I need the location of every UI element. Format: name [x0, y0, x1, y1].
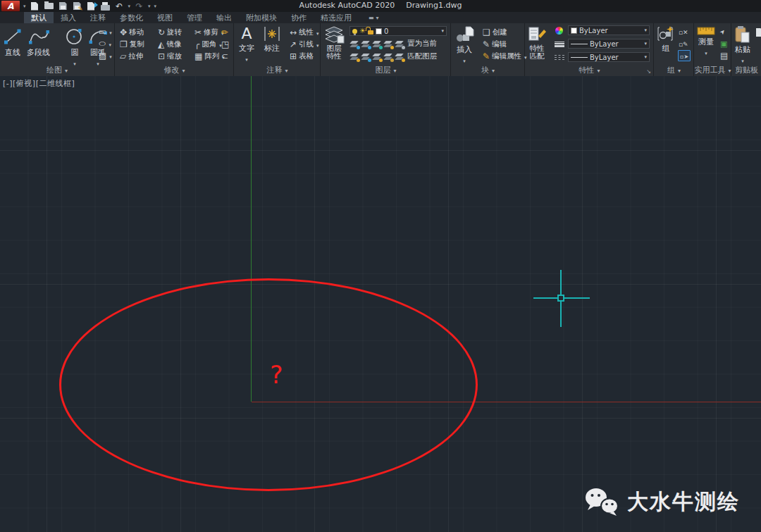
viewport-controls[interactable]: [-][俯视][二维线框] — [3, 78, 75, 89]
paste-button[interactable]: 粘贴 — [734, 25, 751, 65]
set-current-label[interactable]: 置为当前 — [407, 39, 437, 49]
leader-dropdown-icon[interactable] — [316, 40, 319, 49]
quick-calc-button[interactable] — [720, 50, 728, 61]
linetype-combo[interactable]: ByLayer — [568, 52, 650, 62]
ungroup-button[interactable] — [679, 26, 688, 37]
set-current-layer-icon[interactable] — [395, 40, 404, 48]
drawing-canvas[interactable]: [-][俯视][二维线框] ? 大水牛测绘 — [0, 76, 761, 532]
lineweight-caret-icon[interactable] — [644, 41, 647, 47]
layer-unlock-tool-icon[interactable] — [383, 53, 392, 61]
match-layer-icon[interactable] — [395, 53, 404, 61]
edit-block-button[interactable]: 编辑 — [483, 39, 507, 50]
drawn-ellipse[interactable] — [59, 278, 478, 491]
copy-button[interactable]: 复制 — [120, 39, 144, 50]
text-dropdown-icon[interactable] — [245, 54, 248, 63]
scale-button[interactable]: 缩放 — [158, 51, 182, 62]
ribbon-display-toggle[interactable] — [369, 12, 379, 23]
plot-button[interactable] — [100, 1, 111, 11]
tab-parametric[interactable]: 参数化 — [113, 12, 150, 23]
dimension-button[interactable]: 标注 — [263, 25, 281, 54]
object-color-caret-icon[interactable] — [644, 27, 647, 33]
tab-collaborate[interactable]: 协作 — [284, 12, 314, 23]
layer-off-tool-icon[interactable] — [349, 40, 359, 48]
question-mark-annotation[interactable]: ? — [270, 361, 283, 389]
layer-on-tool-icon[interactable] — [349, 53, 359, 61]
redo-button[interactable] — [134, 1, 144, 11]
linear-dimension-button[interactable]: 线性 — [290, 27, 319, 38]
clipboard-extra-button[interactable] — [756, 27, 761, 38]
object-color-combo[interactable]: ByLayer — [568, 25, 650, 35]
array-button[interactable]: 阵列 — [194, 51, 225, 62]
leader-button[interactable]: 引线 — [290, 39, 319, 50]
layer-select-combo[interactable]: 0 — [349, 26, 447, 36]
stretch-button[interactable]: 拉伸 — [120, 51, 143, 62]
trim-button[interactable]: 修剪 — [194, 27, 224, 38]
paste-dropdown-icon[interactable] — [741, 56, 744, 65]
tab-output[interactable]: 输出 — [209, 12, 239, 23]
panel-label-block[interactable]: 块 — [452, 65, 524, 75]
select-all-button[interactable] — [720, 38, 727, 49]
create-block-button[interactable]: 创建 — [483, 27, 507, 38]
layer-isolate-tool-icon[interactable] — [361, 40, 370, 48]
tab-view[interactable]: 视图 — [150, 12, 180, 23]
edit-attributes-button[interactable]: 编辑属性 — [483, 51, 527, 62]
quick-select-button[interactable] — [720, 26, 726, 37]
undo-button[interactable] — [114, 1, 125, 11]
lineweight-combo[interactable]: ByLayer — [568, 39, 650, 49]
tab-featured-apps[interactable]: 精选应用 — [314, 12, 359, 23]
layer-unlock-icon[interactable] — [368, 30, 373, 35]
open-file-button[interactable] — [44, 1, 54, 11]
app-menu-caret-icon[interactable] — [23, 4, 26, 9]
ellipse-tool-button[interactable] — [99, 38, 111, 49]
panel-label-annotation[interactable]: 注释 — [235, 65, 320, 75]
qat-customize-button[interactable] — [154, 4, 157, 9]
panel-label-group[interactable]: 组 — [655, 65, 693, 75]
line-button[interactable]: 直线 — [2, 27, 23, 58]
text-button[interactable]: A 文字 — [239, 25, 254, 63]
panel-label-draw[interactable]: 绘图 — [0, 65, 114, 75]
app-menu-button[interactable] — [1, 1, 20, 11]
fillet-button[interactable]: 圆角 — [194, 39, 222, 50]
undo-caret-icon[interactable] — [128, 4, 131, 9]
hatch-tool-button[interactable] — [99, 50, 112, 61]
insert-block-button[interactable]: 插入 — [454, 25, 474, 65]
redo-caret-icon[interactable] — [148, 4, 151, 9]
layer-freeze-tool-icon[interactable] — [372, 40, 381, 48]
layer-properties-button[interactable]: 图层特性 — [323, 25, 345, 60]
circle-button[interactable]: 圆 — [65, 27, 85, 68]
properties-dialog-launcher[interactable] — [646, 68, 651, 75]
layer-unisolate-tool-icon[interactable] — [361, 53, 370, 61]
new-file-button[interactable] — [30, 1, 40, 11]
group-button[interactable]: 组 — [657, 25, 675, 54]
group-selection-toggle[interactable] — [678, 50, 691, 61]
linear-dropdown-icon[interactable] — [316, 28, 319, 37]
rotate-button[interactable]: 旋转 — [158, 27, 182, 38]
panel-label-modify[interactable]: 修改 — [116, 65, 233, 75]
tab-manage[interactable]: 管理 — [180, 12, 209, 23]
join-button[interactable] — [221, 51, 228, 62]
panel-label-clipboard[interactable]: 剪贴板 — [732, 65, 761, 75]
group-edit-button[interactable] — [679, 38, 688, 49]
transmit-button[interactable] — [86, 1, 97, 11]
measure-dropdown-icon[interactable] — [705, 48, 707, 57]
save-button[interactable] — [58, 1, 68, 11]
tab-insert[interactable]: 插入 — [54, 12, 83, 23]
layer-combo-caret-icon[interactable] — [441, 28, 444, 34]
panel-label-properties[interactable]: 特性 — [526, 65, 653, 75]
mirror-button[interactable]: 镜像 — [158, 39, 181, 50]
layer-lock-tool-icon[interactable] — [383, 40, 392, 48]
match-properties-button[interactable]: 特性匹配 — [528, 25, 546, 60]
tab-home[interactable]: 默认 — [24, 12, 54, 23]
layer-on-icon[interactable] — [352, 29, 357, 34]
explode-button[interactable] — [221, 39, 229, 50]
table-button[interactable]: 表格 — [290, 51, 314, 62]
tab-annotate[interactable]: 注释 — [83, 12, 113, 23]
erase-button[interactable] — [221, 27, 228, 38]
measure-button[interactable]: 测量 — [697, 26, 715, 57]
layer-thaw-icon[interactable] — [359, 27, 366, 35]
move-button[interactable]: 移动 — [120, 27, 144, 38]
rectangle-tool-button[interactable] — [99, 26, 112, 37]
panel-label-layers[interactable]: 图层 — [321, 65, 450, 75]
layer-thaw-tool-icon[interactable] — [372, 53, 381, 61]
save-as-button[interactable] — [72, 1, 82, 11]
